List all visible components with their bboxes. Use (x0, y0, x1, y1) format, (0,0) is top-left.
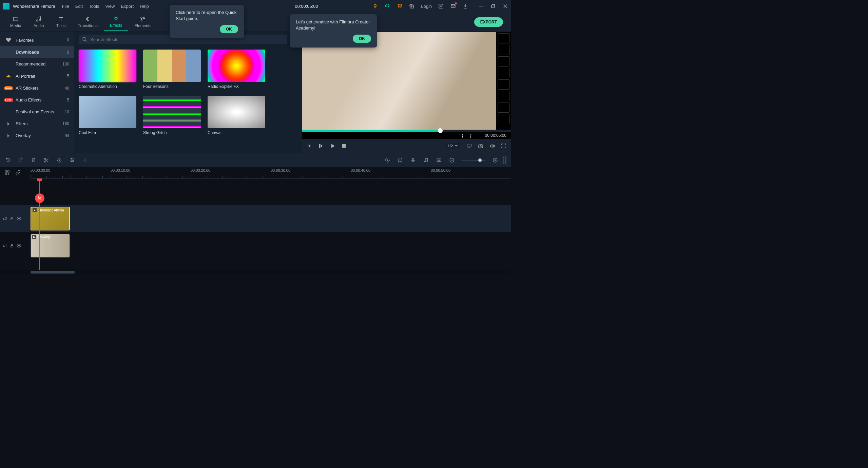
sidebar-item-festival[interactable]: Festival and Events10 (0, 106, 74, 118)
sidebar-item-ai-portrait[interactable]: AI Portrait5 (0, 70, 74, 82)
menu-file[interactable]: File (62, 4, 69, 9)
heart-icon (5, 37, 12, 43)
tooltip-ok-button[interactable]: OK (353, 35, 371, 43)
display-icon[interactable] (466, 143, 472, 149)
effect-cool-film[interactable]: Cool Film (79, 96, 136, 135)
tab-titles[interactable]: Titles (50, 14, 72, 30)
effect-track[interactable]: ▸2 ★Chromatic Aberra (0, 205, 511, 232)
delete-icon[interactable] (31, 157, 37, 163)
zoom-fit-icon[interactable] (503, 156, 506, 164)
timeline-ruler[interactable]: 00:00:00:00 00:00:10:00 00:00:20:00 00:0… (0, 167, 511, 179)
play-icon[interactable] (330, 143, 335, 149)
render-icon[interactable] (384, 157, 390, 163)
sidebar-item-ar-stickers[interactable]: NewAR Stickers40 (0, 82, 74, 94)
tab-transitions[interactable]: Transitions (72, 14, 104, 30)
effect-chromatic-aberration[interactable]: Chromatic Aberration (79, 50, 136, 89)
timeline-toolbar (0, 153, 511, 167)
sidebar-item-recommended[interactable]: Recommended100 (0, 58, 74, 70)
app-title: Wondershare Filmora (13, 4, 55, 9)
step-back-icon[interactable] (319, 143, 324, 149)
download-icon[interactable] (462, 3, 468, 9)
clip-drawing[interactable]: ▶Drawing (31, 234, 70, 258)
tab-effects[interactable]: Effects (104, 14, 128, 31)
zoom-out-icon[interactable] (449, 157, 455, 163)
split-icon[interactable] (43, 157, 50, 163)
music-icon[interactable] (423, 157, 429, 163)
headset-icon[interactable] (384, 3, 390, 9)
mail-icon[interactable] (450, 3, 456, 9)
effect-strong-glitch[interactable]: Strong Glitch (143, 96, 201, 135)
svg-point-37 (44, 161, 46, 162)
close-icon[interactable] (502, 3, 508, 9)
volume-icon[interactable] (489, 143, 495, 149)
gift-icon[interactable] (409, 3, 415, 9)
play-icon: ▶ (32, 235, 36, 239)
zoom-slider[interactable] (462, 160, 485, 161)
sidebar-item-overlay[interactable]: Overlay94 (0, 130, 74, 142)
save-icon[interactable] (438, 3, 444, 9)
zoom-ratio-select[interactable]: 1/2 (445, 143, 460, 149)
export-button[interactable]: EXPORT (474, 17, 503, 27)
cart-icon[interactable] (397, 3, 403, 9)
menu-edit[interactable]: Edit (75, 4, 83, 9)
preview-progress-bar[interactable] (302, 130, 511, 132)
lightbulb-icon[interactable] (372, 3, 378, 9)
svg-rect-75 (11, 219, 13, 220)
creator-academy-tooltip: Let's get creative with Filmora Creator … (290, 14, 377, 48)
svg-point-57 (424, 161, 425, 162)
video-track[interactable]: ▸1 ▶Drawing (0, 232, 511, 259)
effect-canvas[interactable]: Canvas (208, 96, 265, 135)
speed-icon[interactable] (56, 157, 62, 163)
add-track-icon[interactable] (4, 170, 10, 176)
undo-icon[interactable] (5, 157, 11, 163)
sidebar-item-filters[interactable]: Filters160 (0, 118, 74, 130)
prev-frame-icon[interactable] (307, 143, 312, 149)
link-icon[interactable] (15, 170, 21, 176)
clip-chromatic-aberration[interactable]: ★Chromatic Aberra (31, 207, 70, 230)
marker-icon[interactable] (397, 157, 403, 163)
timeline-scrollbar[interactable] (0, 270, 511, 274)
sliders-icon[interactable] (69, 157, 75, 163)
sidebar-item-downloads[interactable]: Downloads6 (0, 46, 74, 58)
effects-sidebar[interactable]: Favorites0 Downloads6 Recommended100 AI … (0, 32, 74, 153)
tooltip-ok-button[interactable]: OK (220, 25, 238, 33)
redo-icon[interactable] (18, 157, 24, 163)
menu-export[interactable]: Export (121, 4, 134, 9)
main-menu: File Edit Tools View Export Help (62, 4, 149, 9)
timeline-tracks[interactable]: ▸2 ★Chromatic Aberra ▸1 ▶Drawing (0, 179, 511, 270)
svg-point-0 (374, 4, 377, 7)
voiceover-icon[interactable] (410, 157, 416, 163)
lock-icon[interactable] (10, 244, 14, 248)
menu-tools[interactable]: Tools (89, 4, 99, 9)
effect-radio-explike[interactable]: Radio Explike FX (208, 50, 265, 89)
star-icon: ★ (33, 208, 37, 212)
playhead-scissors-icon[interactable] (35, 193, 44, 203)
maximize-icon[interactable] (490, 3, 496, 9)
titlebar: Wondershare Filmora File Edit Tools View… (0, 0, 511, 12)
lock-icon[interactable] (10, 217, 14, 221)
svg-point-36 (44, 158, 46, 160)
zoom-in-icon[interactable] (492, 157, 498, 163)
menu-help[interactable]: Help (140, 4, 149, 9)
minimize-icon[interactable] (478, 3, 484, 9)
tab-audio[interactable]: Audio (27, 14, 50, 30)
menu-view[interactable]: View (105, 4, 115, 9)
playhead[interactable] (39, 179, 40, 270)
audio-wave-icon[interactable] (82, 157, 88, 163)
login-button[interactable]: Login (421, 4, 432, 9)
tab-elements[interactable]: Elements (128, 14, 157, 30)
svg-marker-60 (438, 160, 440, 161)
stop-icon[interactable] (342, 144, 346, 148)
sidebar-item-audio-effects[interactable]: HOTAudio Effects5 (0, 94, 74, 106)
brace-right: } (470, 133, 471, 138)
fullscreen-icon[interactable] (501, 143, 506, 149)
keyframe-icon[interactable] (436, 157, 442, 163)
sidebar-item-favorites[interactable]: Favorites0 (0, 34, 74, 46)
ruler-track[interactable]: 00:00:00:00 00:00:10:00 00:00:20:00 00:0… (31, 167, 511, 179)
eye-icon[interactable] (17, 216, 21, 221)
effect-four-seasons[interactable]: Four Seasons (143, 50, 201, 89)
eye-icon[interactable] (17, 243, 21, 248)
svg-marker-11 (7, 122, 9, 126)
tab-media[interactable]: Media (4, 14, 27, 30)
snapshot-icon[interactable] (478, 143, 483, 149)
